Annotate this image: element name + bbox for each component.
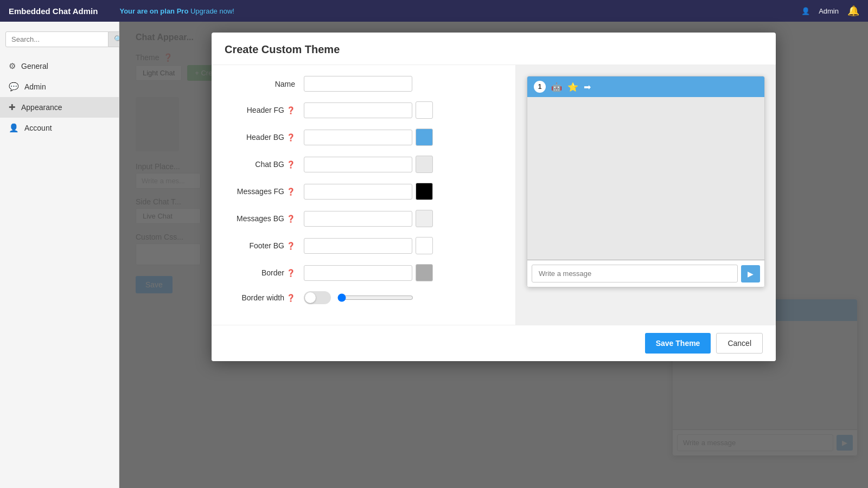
- plan-info: Your are on plan Pro Upgrade now!: [119, 7, 801, 15]
- field-messages-bg: Messages BG ❓ #eeeeee: [228, 210, 499, 227]
- chat-preview-footer: ▶: [527, 260, 764, 287]
- name-input[interactable]: [304, 76, 412, 92]
- border-width-slider[interactable]: [337, 293, 413, 302]
- chat-badge: 1: [534, 81, 546, 93]
- sidebar-item-label-appearance: Appearance: [21, 103, 62, 112]
- app-title: Embedded Chat Admin: [9, 7, 98, 16]
- gear-icon: ⚙: [9, 61, 16, 71]
- messages-fg-swatch[interactable]: [416, 183, 433, 200]
- messages-bg-swatch[interactable]: [416, 210, 433, 227]
- sidebar-item-label-general: General: [21, 62, 48, 70]
- input-border-wrapper: #aaaaaa: [304, 264, 433, 281]
- input-name-wrapper: [304, 76, 412, 92]
- chat-preview-header: 1 🤖 ⭐ ➡: [527, 76, 764, 97]
- toggle-knob: [305, 292, 316, 303]
- input-chat-bg-wrapper: #e8e8e8: [304, 156, 433, 173]
- modal-footer: Save Theme Cancel: [212, 325, 776, 361]
- upgrade-link[interactable]: Upgrade now!: [190, 7, 234, 15]
- help-messages-bg-icon[interactable]: ❓: [286, 215, 295, 223]
- chat-bg-swatch[interactable]: [416, 156, 433, 173]
- field-name: Name: [228, 76, 499, 92]
- footer-bg-input[interactable]: #ffffff: [304, 238, 412, 254]
- label-messages-bg: Messages BG ❓: [228, 214, 304, 223]
- admin-user-icon: 👤: [801, 7, 810, 15]
- plan-text: Your are on plan: [119, 7, 176, 15]
- label-header-bg: Header BG ❓: [228, 133, 304, 142]
- footer-bg-swatch[interactable]: [416, 237, 433, 254]
- label-border: Border ❓: [228, 268, 304, 277]
- label-footer-bg: Footer BG ❓: [228, 241, 304, 250]
- notifications-icon[interactable]: 🔔: [847, 5, 859, 17]
- sidebar-item-label-account: Account: [24, 124, 52, 132]
- save-theme-button[interactable]: Save Theme: [645, 333, 711, 354]
- help-border-icon[interactable]: ❓: [286, 269, 295, 277]
- preview-send-button[interactable]: ▶: [741, 265, 760, 282]
- sidebar-item-admin[interactable]: 💬 Admin: [0, 76, 119, 97]
- user-icon: 👤: [9, 123, 19, 133]
- modal-backdrop: Create Custom Theme Name Header FG: [119, 22, 868, 488]
- chat-preview: 1 🤖 ⭐ ➡ ▶: [527, 76, 765, 287]
- chat-preview-body: [527, 97, 764, 260]
- admin-label: Admin: [819, 7, 839, 15]
- sidebar-item-appearance[interactable]: ✚ Appearance: [0, 97, 119, 118]
- plan-name: Pro: [177, 7, 189, 15]
- input-messages-fg-wrapper: #000000: [304, 183, 433, 200]
- field-border: Border ❓ #aaaaaa: [228, 264, 499, 281]
- topbar-right: 👤 Admin 🔔: [801, 5, 859, 17]
- preview-message-input[interactable]: [532, 265, 738, 282]
- input-messages-bg-wrapper: #eeeeee: [304, 210, 433, 227]
- label-chat-bg: Chat BG ❓: [228, 160, 304, 169]
- sidebar-item-account[interactable]: 👤 Account: [0, 118, 119, 138]
- border-swatch[interactable]: [416, 264, 433, 281]
- header-fg-swatch[interactable]: [416, 101, 433, 119]
- help-footer-bg-icon[interactable]: ❓: [286, 242, 295, 250]
- help-chat-bg-icon[interactable]: ❓: [286, 160, 295, 169]
- label-name: Name: [228, 80, 304, 88]
- sidebar-item-label-admin: Admin: [24, 82, 46, 91]
- field-messages-fg: Messages FG ❓ #000000: [228, 183, 499, 200]
- border-input[interactable]: #aaaaaa: [304, 265, 412, 281]
- label-messages-fg: Messages FG ❓: [228, 187, 304, 196]
- preview-agent-icon: 🤖: [551, 82, 562, 92]
- modal-title: Create Custom Theme: [225, 43, 763, 56]
- modal-body: Name Header FG ❓ #ffffff: [212, 65, 776, 325]
- plus-icon: ✚: [9, 102, 16, 112]
- messages-fg-input[interactable]: #000000: [304, 184, 412, 200]
- border-width-control: [304, 291, 413, 304]
- input-header-fg-wrapper: #ffffff: [304, 101, 433, 119]
- preview-logout-icon: ➡: [584, 82, 591, 92]
- modal-header: Create Custom Theme: [212, 33, 776, 65]
- sidebar: 🔍 ⚙ General 💬 Admin ✚ Appearance 👤 Accou…: [0, 22, 119, 488]
- field-footer-bg: Footer BG ❓ #ffffff: [228, 237, 499, 254]
- cancel-button[interactable]: Cancel: [716, 333, 763, 354]
- chat-icon: 💬: [9, 82, 19, 92]
- input-footer-bg-wrapper: #ffffff: [304, 237, 433, 254]
- help-border-width-icon[interactable]: ❓: [286, 294, 295, 302]
- header-bg-input[interactable]: #56a8e3: [304, 130, 412, 145]
- field-chat-bg: Chat BG ❓ #e8e8e8: [228, 156, 499, 173]
- field-header-fg: Header FG ❓ #ffffff: [228, 101, 499, 119]
- border-width-toggle[interactable]: [304, 291, 331, 304]
- header-fg-input[interactable]: #ffffff: [304, 102, 412, 118]
- create-theme-modal: Create Custom Theme Name Header FG: [212, 33, 776, 361]
- field-header-bg: Header BG ❓ #56a8e3: [228, 129, 499, 146]
- header-bg-swatch[interactable]: [416, 129, 433, 146]
- help-header-fg-icon[interactable]: ❓: [286, 106, 295, 114]
- chat-bg-input[interactable]: #e8e8e8: [304, 157, 412, 172]
- search-box: 🔍: [5, 31, 113, 47]
- sidebar-item-general[interactable]: ⚙ General: [0, 56, 119, 76]
- topbar: Embedded Chat Admin Your are on plan Pro…: [0, 0, 868, 22]
- field-border-width: Border width ❓: [228, 291, 499, 304]
- chat-preview-panel: 1 🤖 ⭐ ➡ ▶: [515, 65, 776, 325]
- messages-bg-input[interactable]: #eeeeee: [304, 211, 412, 227]
- input-header-bg-wrapper: #56a8e3: [304, 129, 433, 146]
- search-input[interactable]: [5, 31, 108, 47]
- label-border-width: Border width ❓: [228, 293, 304, 302]
- help-header-bg-icon[interactable]: ❓: [286, 133, 295, 142]
- theme-form: Name Header FG ❓ #ffffff: [212, 65, 515, 325]
- preview-star-icon: ⭐: [567, 82, 578, 92]
- label-header-fg: Header FG ❓: [228, 106, 304, 114]
- help-messages-fg-icon[interactable]: ❓: [286, 188, 295, 196]
